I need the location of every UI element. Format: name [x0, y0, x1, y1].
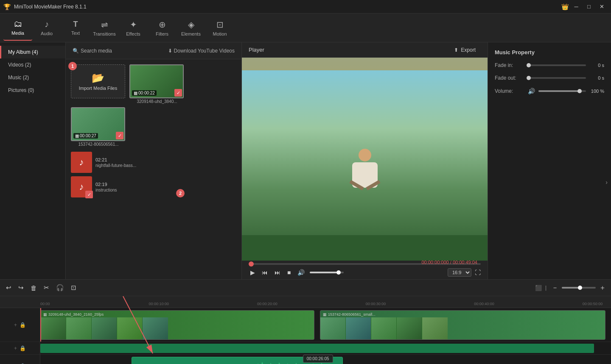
- minimize-button[interactable]: ─: [570, 2, 582, 11]
- toolbar-elements[interactable]: ◈ Elements: [177, 15, 205, 41]
- stop-button[interactable]: ■: [286, 268, 292, 277]
- redo-button[interactable]: ↪: [16, 282, 26, 293]
- play-button[interactable]: ▶: [249, 268, 257, 277]
- zoom-out-button[interactable]: －: [550, 282, 560, 294]
- toolbar-motion[interactable]: ⊡ Motion: [205, 15, 234, 41]
- toolbar-audio[interactable]: ♪ Audio: [32, 15, 61, 41]
- motion-label: Motion: [213, 31, 227, 36]
- video-track-lock[interactable]: 🔒: [20, 322, 26, 328]
- volume-prop-handle[interactable]: [577, 89, 582, 93]
- filters-label: Filters: [156, 31, 168, 36]
- collapse-arrow[interactable]: ›: [605, 179, 608, 186]
- ruler-mark-40: 00:00:40:00: [474, 302, 494, 306]
- window-controls: ─ □ ✕: [570, 2, 608, 11]
- export-button[interactable]: ⬆ Export: [449, 45, 481, 55]
- progress-bar[interactable]: 00:00:00:000 / 00:00:49:04: [249, 263, 481, 265]
- video-add-track-button[interactable]: +: [14, 322, 17, 328]
- media-area: 🔍 Search media ⬇ Download YouTube Videos…: [66, 42, 242, 279]
- crop-button[interactable]: ⊡: [68, 282, 79, 293]
- close-button[interactable]: ✕: [596, 2, 608, 11]
- time-tooltip: 00:00:26:05: [303, 355, 333, 363]
- video-clip-1[interactable]: ▦ 3209148-uhd_3840_2160_25fps: [40, 310, 314, 340]
- volume-icon: 🔊: [528, 88, 535, 94]
- video-track-header: + 🔒: [0, 308, 40, 342]
- timeline-tracks: + 🔒 + 🔒 ♪ 🔒 ▦ 3209148-: [0, 308, 611, 364]
- audio-track-row: [40, 342, 611, 355]
- zoom-in-button[interactable]: ＋: [597, 282, 608, 294]
- fullscreen-button[interactable]: ⛶: [475, 269, 481, 276]
- ruler-mark-20: 00:00:20:00: [257, 302, 277, 306]
- video1-thumb[interactable]: ▦ 00:00:22 ✓: [129, 64, 184, 98]
- audio-bar[interactable]: [40, 344, 594, 353]
- prev-button[interactable]: ⏮: [260, 268, 269, 277]
- download-label: Download YouTube Videos: [174, 48, 235, 54]
- media-icon: 🗂: [14, 19, 22, 29]
- music1-thumb[interactable]: ♪: [71, 152, 92, 173]
- timeline-area: 00:00 00:00:10:00 00:00:20:00 00:00:30:0…: [0, 296, 611, 364]
- annotation-2: 2: [176, 189, 185, 197]
- player-title: Player: [249, 47, 264, 53]
- toolbar-effects[interactable]: ✦ Effects: [119, 15, 148, 41]
- download-icon: ⬇: [168, 48, 172, 54]
- download-youtube-button[interactable]: ⬇ Download YouTube Videos: [165, 46, 238, 56]
- progress-handle[interactable]: [249, 261, 254, 267]
- volume-handle[interactable]: [336, 270, 341, 275]
- rec-icon: ⬛: [535, 285, 542, 291]
- text-icon: T: [73, 20, 78, 29]
- music2-name: instructions: [95, 188, 181, 192]
- cut-button[interactable]: ✂: [41, 282, 52, 293]
- time-tooltip-container: 00:00:26:05: [303, 355, 333, 363]
- fade-out-handle[interactable]: [527, 76, 531, 80]
- undo-button[interactable]: ↩: [3, 282, 14, 293]
- myalbum-label: My Album (4): [8, 49, 38, 55]
- next-button[interactable]: ⏭: [273, 268, 282, 277]
- controls-row: ▶ ⏮ ⏭ ■ 🔊 16:9 9:16 1:1 4:3 ⛶: [249, 268, 481, 277]
- toolbar-media[interactable]: 🗂 Media: [3, 15, 32, 41]
- delete-button[interactable]: 🗑: [28, 283, 39, 293]
- track-content: ▦ 3209148-uhd_3840_2160_25fps: [40, 308, 611, 364]
- annotation-1: 1: [68, 62, 77, 70]
- media-item-music1[interactable]: ♪ 02:21 nightfall-future-bass...: [71, 152, 181, 173]
- playback-controls: 00:00:00:000 / 00:00:49:04 ▶ ⏮ ⏭ ■ 🔊 16:…: [242, 261, 488, 279]
- zoom-handle[interactable]: [578, 286, 582, 290]
- aspect-ratio-select[interactable]: 16:9 9:16 1:1 4:3: [448, 268, 471, 277]
- sidebar-item-pictures[interactable]: Pictures (0): [0, 84, 65, 97]
- search-media-button[interactable]: 🔍 Search media: [69, 46, 115, 56]
- toolbar-text[interactable]: T Text: [61, 15, 90, 41]
- sidebar-item-videos[interactable]: Videos (2): [0, 58, 65, 71]
- audio-add-track[interactable]: +: [14, 345, 17, 351]
- import-media-item[interactable]: 1 📂 Import Media Files: [71, 64, 126, 104]
- headphones-button[interactable]: 🎧: [53, 282, 67, 293]
- fade-in-label: Fade in:: [495, 62, 524, 68]
- toolbar-filters[interactable]: ⊕ Filters: [148, 15, 177, 41]
- titlebar: 🏆 MiniTool MovieMaker Free 8.1.1 👑 ─ □ ✕: [0, 0, 611, 14]
- media-toolbar: 🔍 Search media ⬇ Download YouTube Videos: [66, 42, 241, 59]
- toolbar-transitions[interactable]: ⇌ Transitions: [90, 15, 119, 41]
- volume-slider-prop[interactable]: [538, 90, 586, 92]
- sidebar-item-myalbum[interactable]: My Album (4): [0, 46, 65, 58]
- video2-thumb[interactable]: ▦ 00:00:27 ✓: [71, 107, 125, 141]
- video-track-row: ▦ 3209148-uhd_3840_2160_25fps: [40, 308, 611, 342]
- fade-out-slider[interactable]: [528, 77, 586, 79]
- media-item-vid2[interactable]: ▦ 00:00:27 ✓ 153742-806506561...: [71, 107, 126, 147]
- fade-in-handle[interactable]: [527, 63, 531, 67]
- volume-slider[interactable]: [310, 272, 344, 273]
- video-clip-2[interactable]: ▦ 153742-806506561_small...: [320, 310, 605, 340]
- media-item-vid1[interactable]: ▦ 00:00:22 ✓ 3209148-uhd_3840...: [129, 64, 185, 104]
- properties-title: Music Property: [495, 49, 604, 56]
- fade-in-slider[interactable]: [528, 64, 586, 66]
- music2-note-icon: ♪: [79, 181, 84, 192]
- zoom-slider[interactable]: [562, 287, 596, 289]
- import-media-thumb[interactable]: 📂 Import Media Files: [71, 64, 125, 98]
- time-indicator[interactable]: [40, 308, 41, 342]
- volume-button[interactable]: 🔊: [296, 268, 306, 277]
- audio-track-header: + 🔒: [0, 342, 40, 355]
- sidebar-item-music[interactable]: Music (2): [0, 71, 65, 84]
- media-item-music2[interactable]: 2 ♪ ✓ 02:19 instructions: [71, 176, 181, 197]
- maximize-button[interactable]: □: [583, 2, 595, 11]
- crown-icon: 👑: [561, 3, 569, 10]
- player-area: Player ⬆ Export: [242, 42, 488, 279]
- music1-note-icon: ♪: [79, 157, 84, 168]
- volume-prop-fill: [538, 90, 579, 92]
- audio-track-lock[interactable]: 🔒: [20, 345, 26, 351]
